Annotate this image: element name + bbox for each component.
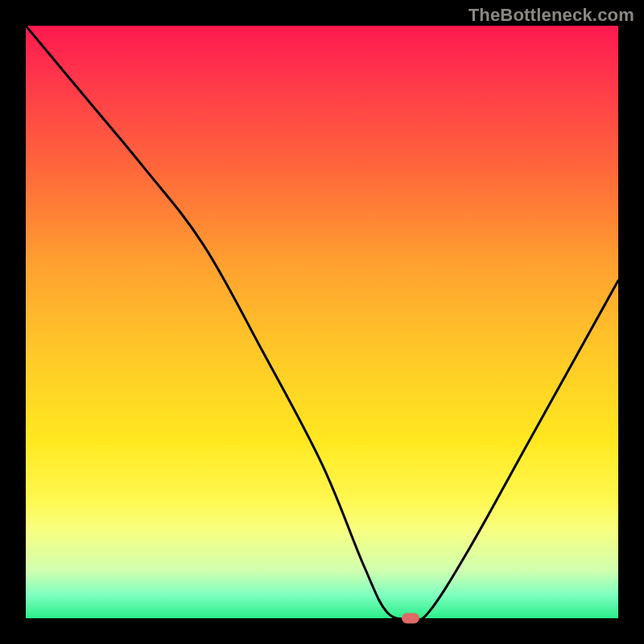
optimal-marker <box>402 613 419 624</box>
chart-gradient-background <box>26 26 618 618</box>
watermark-text: TheBottleneck.com <box>469 5 634 26</box>
chart-container: TheBottleneck.com <box>0 0 644 644</box>
